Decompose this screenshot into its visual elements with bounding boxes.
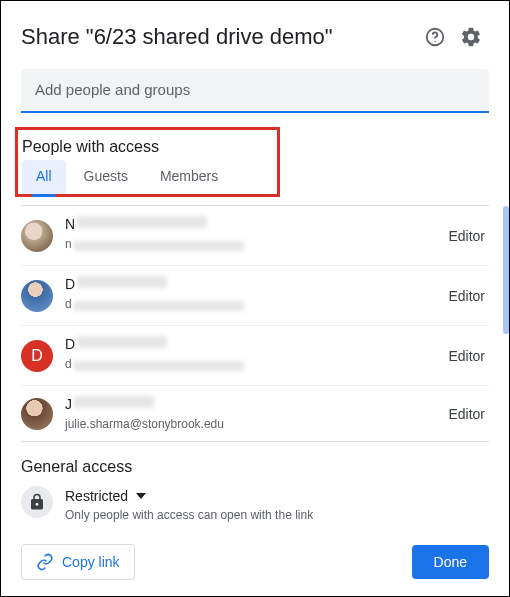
chevron-down-icon [136, 491, 146, 501]
person-row[interactable]: D d Editor [21, 266, 489, 326]
general-access-title: General access [21, 458, 489, 476]
redacted-email [74, 301, 244, 311]
name-initial: D [65, 276, 75, 292]
avatar [21, 220, 53, 252]
link-icon [36, 553, 54, 571]
tab-all[interactable]: All [22, 160, 66, 194]
copy-link-label: Copy link [62, 554, 120, 570]
redacted-name [77, 336, 167, 348]
avatar: D [21, 340, 53, 372]
dialog-title: Share "6/23 shared drive demo" [21, 24, 417, 50]
redacted-name [77, 216, 207, 228]
person-row[interactable]: D D d Editor [21, 326, 489, 386]
email-initial: d [65, 297, 72, 311]
name-initial: J [65, 396, 72, 412]
lock-icon [21, 486, 53, 518]
add-people-input[interactable] [35, 81, 475, 98]
access-mode-label: Restricted [65, 488, 128, 504]
person-row[interactable]: J julie.sharma@stonybrook.edu Editor [21, 386, 489, 442]
redacted-email [74, 361, 244, 371]
person-row[interactable]: N n Editor [21, 206, 489, 266]
name-initial: N [65, 216, 75, 232]
redacted-email [74, 241, 244, 251]
annotation-highlight: People with access All Guests Members [15, 127, 280, 197]
access-mode-selector[interactable]: Restricted [65, 486, 146, 506]
redacted-name [77, 276, 167, 288]
gear-icon[interactable] [453, 19, 489, 55]
access-section-title: People with access [18, 132, 269, 160]
avatar [21, 280, 53, 312]
copy-link-button[interactable]: Copy link [21, 544, 135, 580]
help-icon[interactable] [417, 19, 453, 55]
name-initial: D [65, 336, 75, 352]
email-initial: d [65, 357, 72, 371]
done-button[interactable]: Done [412, 545, 489, 579]
access-mode-description: Only people with access can open with th… [65, 508, 489, 522]
add-people-wrap[interactable] [21, 69, 489, 113]
avatar [21, 398, 53, 430]
tab-guests[interactable]: Guests [70, 160, 142, 194]
scrollbar[interactable] [503, 206, 509, 334]
role-selector[interactable]: Editor [444, 400, 489, 428]
role-selector[interactable]: Editor [444, 342, 489, 370]
person-email: julie.sharma@stonybrook.edu [65, 417, 444, 431]
email-initial: n [65, 237, 72, 251]
svg-point-1 [434, 41, 435, 42]
role-selector[interactable]: Editor [444, 282, 489, 310]
redacted-name [74, 396, 154, 408]
tab-members[interactable]: Members [146, 160, 232, 194]
role-selector[interactable]: Editor [444, 222, 489, 250]
